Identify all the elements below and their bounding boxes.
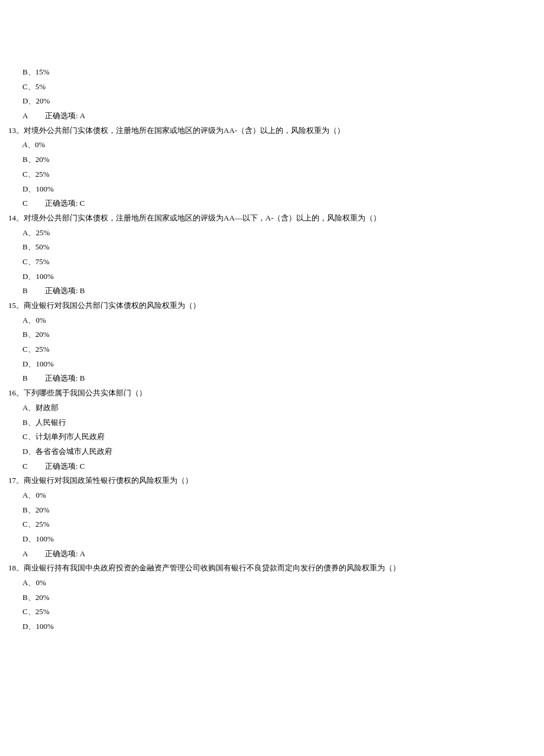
q13-answer-text: 正确选项: C <box>45 199 85 207</box>
q18-block: 18。商业银行持有我国中央政府投资的金融资产管理公司收购国有银行不良贷款而定向发… <box>8 561 536 634</box>
q15-stem: 商业银行对我国公共部门实体债权的风险权重为（） <box>24 301 200 310</box>
q18-option-d: D、100% <box>22 619 536 634</box>
q18-number: 18。 <box>8 561 24 576</box>
q15-answer-line: B正确选项: B <box>22 371 536 386</box>
q14-option-a: A、25% <box>22 226 536 241</box>
q17-option-c: C、25% <box>22 517 536 532</box>
q12-answer-letter: A <box>22 109 45 124</box>
q12-partial-options: B、15% C、5% D、20% <box>22 65 536 109</box>
q13-stem: 对境外公共部门实体债权，注册地所在国家或地区的评级为AA-（含）以上的，风险权重… <box>24 126 345 135</box>
q13-option-b: B、20% <box>22 153 536 167</box>
q17-number: 17。 <box>8 473 24 488</box>
q13-block: 13。对境外公共部门实体债权，注册地所在国家或地区的评级为AA-（含）以上的，风… <box>8 124 536 211</box>
q14-option-c: C、75% <box>22 255 536 270</box>
q14-stem: 对境外公共部门实体债权，注册地所在国家或地区的评级为AA—以下，A-（含）以上的… <box>24 213 381 222</box>
q18-option-a: A、0% <box>22 576 536 590</box>
q13-number: 13。 <box>8 124 24 138</box>
q15-stem-line: 15。商业银行对我国公共部门实体债权的风险权重为（） <box>8 298 536 313</box>
q14-option-b: B、50% <box>22 240 536 255</box>
q13-option-c: C、25% <box>22 167 536 182</box>
q15-answer-letter: B <box>22 371 45 386</box>
q15-option-c: C、25% <box>22 342 536 357</box>
q17-option-d: D、100% <box>22 532 536 547</box>
q15-option-d: D、100% <box>22 357 536 372</box>
q17-block: 17。商业银行对我国政策性银行债权的风险权重为（） A、0% B、20% C、2… <box>8 473 536 561</box>
q13-option-a: A、0% <box>22 138 536 153</box>
q15-options: A、0% B、20% C、25% D、100% <box>22 313 536 372</box>
q16-stem-line: 16。下列哪些属于我国公共实体部门（） <box>8 386 536 401</box>
q12-answer-text: 正确选项: A <box>45 111 85 120</box>
q18-option-b: B、20% <box>22 590 536 605</box>
q15-option-b: B、20% <box>22 327 536 342</box>
q13-options: A、0% B、20% C、25% D、100% <box>22 138 536 196</box>
q18-stem: 商业银行持有我国中央政府投资的金融资产管理公司收购国有银行不良贷款而定向发行的债… <box>24 563 400 572</box>
q15-number: 15。 <box>8 298 24 313</box>
q14-answer-line: B正确选项: B <box>22 284 536 298</box>
q17-option-b: B、20% <box>22 503 536 518</box>
q16-option-c: C、计划单列市人民政府 <box>22 430 536 444</box>
q15-block: 15。商业银行对我国公共部门实体债权的风险权重为（） A、0% B、20% C、… <box>8 298 536 386</box>
q16-stem: 下列哪些属于我国公共实体部门（） <box>24 388 147 397</box>
q13-option-a-val: 、0% <box>27 140 45 149</box>
q17-answer-letter: A <box>22 547 45 562</box>
q18-options: A、0% B、20% C、25% D、100% <box>22 576 536 634</box>
q13-option-a-label: A <box>22 140 27 149</box>
q16-answer-line: C正确选项: C <box>22 459 536 474</box>
q14-option-d: D、100% <box>22 270 536 284</box>
q17-stem-line: 17。商业银行对我国政策性银行债权的风险权重为（） <box>8 473 536 488</box>
q13-answer-letter: C <box>22 196 45 211</box>
q13-answer-line: C正确选项: C <box>22 196 536 211</box>
q14-stem-line: 14。对境外公共部门实体债权，注册地所在国家或地区的评级为AA—以下，A-（含）… <box>8 211 536 226</box>
q14-answer-letter: B <box>22 284 45 298</box>
q17-option-a: A、0% <box>22 488 536 503</box>
q16-block: 16。下列哪些属于我国公共实体部门（） A、财政部 B、人民银行 C、计划单列市… <box>8 386 536 473</box>
q16-option-b: B、人民银行 <box>22 416 536 430</box>
q16-options: A、财政部 B、人民银行 C、计划单列市人民政府 D、各省省会城市人民政府 <box>22 401 536 459</box>
q17-answer-line: A正确选项: A <box>22 547 536 562</box>
q16-number: 16。 <box>8 386 24 401</box>
q14-answer-text: 正确选项: B <box>45 286 85 295</box>
q15-answer-text: 正确选项: B <box>45 374 85 382</box>
q18-option-c: C、25% <box>22 605 536 619</box>
q14-block: 14。对境外公共部门实体债权，注册地所在国家或地区的评级为AA—以下，A-（含）… <box>8 211 536 298</box>
q14-options: A、25% B、50% C、75% D、100% <box>22 226 536 284</box>
q17-options: A、0% B、20% C、25% D、100% <box>22 488 536 547</box>
q18-stem-line: 18。商业银行持有我国中央政府投资的金融资产管理公司收购国有银行不良贷款而定向发… <box>8 561 536 576</box>
q12-option-c: C、5% <box>22 80 536 95</box>
q16-answer-text: 正确选项: C <box>45 462 85 471</box>
q14-number: 14。 <box>8 211 24 226</box>
q13-stem-line: 13。对境外公共部门实体债权，注册地所在国家或地区的评级为AA-（含）以上的，风… <box>8 124 536 138</box>
q17-answer-text: 正确选项: A <box>45 549 85 558</box>
q16-answer-letter: C <box>22 459 45 474</box>
q12-answer-line: A正确选项: A <box>22 109 536 124</box>
q16-option-a: A、财政部 <box>22 401 536 416</box>
q12-option-d: D、20% <box>22 94 536 109</box>
q17-stem: 商业银行对我国政策性银行债权的风险权重为（） <box>24 476 193 485</box>
q16-option-d: D、各省省会城市人民政府 <box>22 444 536 459</box>
q15-option-a: A、0% <box>22 313 536 328</box>
q12-option-b: B、15% <box>22 65 536 80</box>
q13-option-d: D、100% <box>22 182 536 197</box>
